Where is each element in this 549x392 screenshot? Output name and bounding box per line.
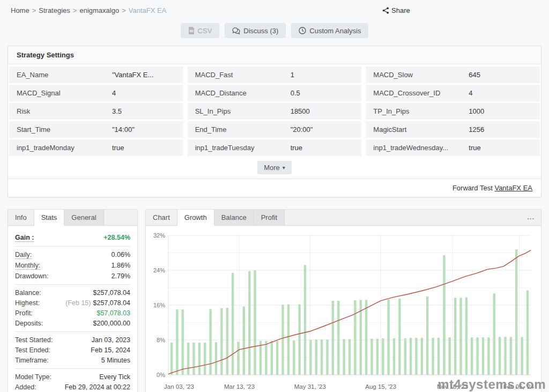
growth-bar <box>332 301 334 375</box>
growth-bar <box>421 338 423 375</box>
setting-cell-tp-in-pips: TP_In_Pips1000 <box>366 103 540 120</box>
stat-label: Test Started: <box>15 336 53 344</box>
stat-row-gain-: Gain :+28.54% <box>15 232 130 243</box>
growth-bar <box>182 309 184 375</box>
growth-bar <box>287 304 290 375</box>
stat-value-wrap: +28.54% <box>103 234 130 241</box>
growth-bar <box>459 298 462 375</box>
growth-bar <box>521 337 523 375</box>
growth-bar <box>493 293 495 375</box>
setting-cell-magicstart: MagicStart1256 <box>366 121 540 138</box>
stat-value-wrap: 0.06% <box>112 251 130 258</box>
breadcrumb-link-strategies[interactable]: Strategies <box>39 6 70 14</box>
stat-row-test-ended-: Test Ended:Feb 15, 2024 <box>15 345 130 355</box>
growth-chart: 0%8%16%24%32%Jan 03, '23Mar 13, '23May 3… <box>146 226 541 392</box>
chart-tabbar: ChartGrowthBalanceProfit... <box>146 210 541 226</box>
stat-row-timeframe-: Timeframe:5 Minutes <box>15 355 130 365</box>
tab-growth[interactable]: Growth <box>177 210 214 226</box>
custom-analysis-button[interactable]: Custom Analysis <box>291 23 368 38</box>
csv-button[interactable]: CSV <box>181 23 220 38</box>
chart-options-menu-icon[interactable]: ... <box>527 213 535 221</box>
growth-bar <box>465 297 468 375</box>
stat-value-prefix: (Feb 15) <box>65 299 91 307</box>
stat-label: Balance: <box>15 289 41 297</box>
growth-bar <box>309 340 311 375</box>
growth-bar <box>254 270 256 375</box>
stat-row-balance-: Balance:$257,078.04 <box>15 287 130 298</box>
growth-bar <box>337 301 339 375</box>
setting-value: 4 <box>469 89 472 97</box>
svg-text:8%: 8% <box>157 337 165 343</box>
stat-row-highest-: Highest:(Feb 15)$257,078.04 <box>15 298 130 308</box>
stat-label: Profit: <box>15 309 33 317</box>
stat-value: Feb 15, 2024 <box>91 346 130 354</box>
setting-value: 4 <box>112 89 116 97</box>
setting-value: true <box>291 144 302 152</box>
stat-value-wrap: 5 Minutes <box>101 357 130 364</box>
growth-bar <box>192 343 195 375</box>
stat-value-wrap: Feb 29, 2024 at 00:22 <box>65 383 130 391</box>
breadcrumb-link-enigmaxalgo[interactable]: enigmaxalgo <box>79 6 119 14</box>
strategy-settings-grid: EA_Name"VantaFX E...MACD_Fast1MACD_Slow6… <box>8 64 541 158</box>
growth-bar <box>476 337 478 375</box>
forward-test-link[interactable]: VantaFX EA <box>494 184 532 192</box>
stat-value: $200,000.00 <box>93 320 130 327</box>
svg-text:16%: 16% <box>153 302 165 308</box>
setting-key: inp1_tradeTuesday <box>195 144 291 152</box>
setting-value: 18500 <box>291 107 310 115</box>
setting-key: SL_In_Pips <box>195 107 291 115</box>
setting-cell-start-time: Start_Time"14:00" <box>9 121 183 138</box>
share-icon <box>382 7 389 14</box>
stat-value: $257,078.04 <box>93 299 130 307</box>
growth-bar <box>482 337 484 375</box>
growth-bar <box>443 255 445 375</box>
more-button[interactable]: More ▾ <box>257 161 292 174</box>
tab-general[interactable]: General <box>64 210 103 225</box>
growth-bar <box>315 339 317 375</box>
breadcrumb-separator: > <box>73 6 77 14</box>
growth-bar <box>515 249 517 375</box>
setting-key: End_Time <box>195 125 291 134</box>
breadcrumb-link-home[interactable]: Home <box>11 6 29 14</box>
tab-balance[interactable]: Balance <box>214 210 254 225</box>
tab-chart[interactable]: Chart <box>146 210 177 225</box>
discuss-chat-icon <box>232 27 240 34</box>
stat-value-wrap: Jan 03, 2023 <box>92 336 130 344</box>
stat-value: 1.86% <box>112 262 130 269</box>
strategy-settings-title: Strategy Settings <box>8 46 541 64</box>
tab-profit[interactable]: Profit <box>254 210 285 225</box>
setting-cell-inp1-tradetuesday: inp1_tradeTuesdaytrue <box>188 139 362 156</box>
stat-value: $257,078.04 <box>93 289 130 297</box>
growth-bar <box>365 300 367 375</box>
growth-bar <box>248 271 250 375</box>
actions-toolbar: CSV Discuss (3) Custom Analysis <box>8 23 541 38</box>
stat-label: Added: <box>15 383 36 391</box>
more-button-label: More <box>264 164 280 172</box>
watermark: mt4systems.com <box>437 377 546 392</box>
breadcrumb-current: VantaFX EA <box>129 6 167 14</box>
growth-bar <box>204 343 206 375</box>
setting-key: MACD_Fast <box>195 71 291 79</box>
svg-text:Mar 13, '23: Mar 13, '23 <box>224 383 255 390</box>
setting-key: MACD_Signal <box>17 89 112 97</box>
discuss-button[interactable]: Discuss (3) <box>225 23 286 38</box>
growth-bar <box>298 304 300 375</box>
setting-key: MACD_Slow <box>373 71 469 79</box>
stat-label: Gain : <box>15 234 34 242</box>
setting-cell-inp1-trademonday: inp1_tradeMondaytrue <box>9 139 183 156</box>
chevron-down-icon: ▾ <box>283 165 285 171</box>
share-button[interactable]: Share <box>382 6 410 14</box>
tab-stats[interactable]: Stats <box>34 210 65 226</box>
forward-test-footer: Forward Test VantaFX EA <box>8 179 541 197</box>
discuss-button-label: Discuss (3) <box>243 27 278 35</box>
strategy-settings-card: Strategy Settings EA_Name"VantaFX E...MA… <box>8 46 541 197</box>
setting-key: Risk <box>17 107 112 115</box>
tab-info[interactable]: Info <box>8 210 34 225</box>
growth-bar <box>393 338 395 375</box>
breadcrumb-separator: > <box>122 6 126 14</box>
page: Home>Strategies>enigmaxalgo>VantaFX EA S… <box>0 0 549 392</box>
csv-file-icon <box>188 27 195 34</box>
growth-bar <box>259 341 262 375</box>
growth-bar <box>432 338 434 375</box>
setting-value: true <box>112 144 124 152</box>
